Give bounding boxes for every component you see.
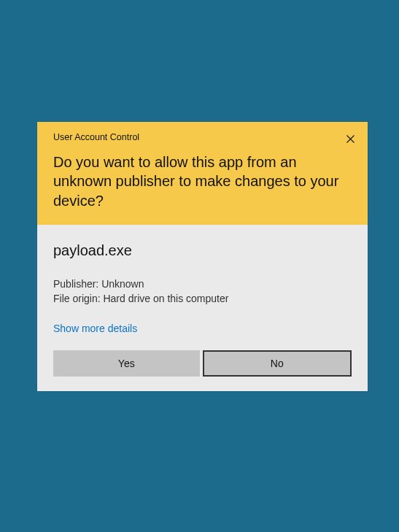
yes-button[interactable]: Yes — [53, 350, 200, 377]
titlebar-text: User Account Control — [53, 132, 352, 142]
app-meta: Publisher: Unknown File origin: Hard dri… — [53, 277, 352, 307]
uac-dialog: User Account Control Do you want to allo… — [37, 122, 368, 391]
show-more-details-link[interactable]: Show more details — [53, 323, 352, 334]
dialog-body: payload.exe Publisher: Unknown File orig… — [37, 225, 368, 391]
close-button[interactable] — [343, 132, 357, 147]
button-row: Yes No — [53, 350, 352, 377]
close-icon — [346, 133, 355, 146]
publisher-line: Publisher: Unknown — [53, 277, 352, 291]
dialog-heading: Do you want to allow this app from an un… — [53, 153, 341, 210]
origin-line: File origin: Hard drive on this computer — [53, 291, 352, 306]
app-name: payload.exe — [53, 242, 352, 259]
no-button[interactable]: No — [203, 350, 352, 377]
dialog-header: User Account Control Do you want to allo… — [37, 122, 368, 225]
